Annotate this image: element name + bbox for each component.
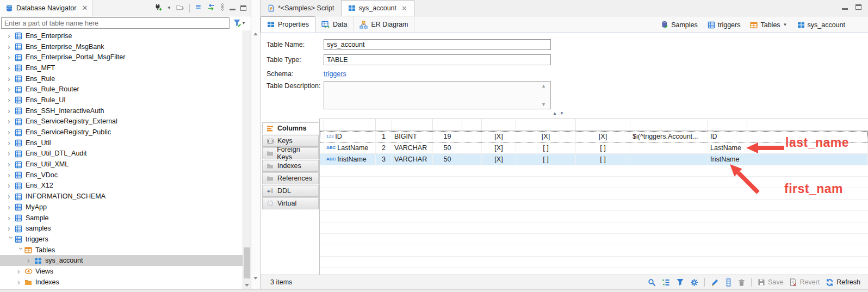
grid-header-cell[interactable] bbox=[708, 119, 747, 131]
breadcrumb-schema[interactable]: triggers bbox=[708, 21, 741, 29]
search-button[interactable] bbox=[648, 278, 656, 287]
scrollbar-thumb[interactable] bbox=[244, 247, 250, 278]
cell-column-name[interactable]: 123ID bbox=[324, 131, 376, 142]
cell-scale[interactable] bbox=[462, 131, 482, 142]
tab-data[interactable]: Data bbox=[315, 16, 354, 33]
delete-button[interactable] bbox=[738, 278, 745, 287]
tree-item[interactable]: Ens_ServiceRegistry_External bbox=[0, 116, 243, 127]
side-tab-indexes[interactable]: Indexes bbox=[262, 160, 319, 172]
grid-header-cell[interactable] bbox=[320, 119, 324, 131]
grid-header-cell[interactable] bbox=[630, 119, 708, 131]
table-type-input[interactable] bbox=[324, 54, 551, 65]
expand-chevron-icon[interactable] bbox=[17, 247, 25, 254]
columns-view-button[interactable] bbox=[725, 278, 732, 287]
tree-item[interactable]: samples bbox=[0, 223, 243, 234]
grid-header-cell[interactable] bbox=[392, 119, 433, 131]
side-tab-columns[interactable]: Columns bbox=[262, 122, 319, 134]
filter-funnel-icon[interactable] bbox=[233, 19, 241, 27]
cell-auto-increment[interactable]: [X] bbox=[576, 131, 630, 142]
maximize-button[interactable] bbox=[240, 5, 246, 11]
cell-data-type[interactable]: VARCHAR bbox=[392, 142, 433, 153]
expand-chevron-icon[interactable] bbox=[8, 171, 15, 179]
link-with-editor-icon[interactable] bbox=[207, 3, 215, 13]
table-filter-input[interactable] bbox=[1, 17, 230, 29]
settings-button[interactable] bbox=[690, 278, 698, 287]
spinner-up-icon[interactable]: ▲ bbox=[541, 83, 546, 89]
tab-properties[interactable]: Properties bbox=[261, 16, 315, 33]
cell-not-null[interactable]: [X] bbox=[482, 142, 516, 153]
chevron-down-icon[interactable]: ▼ bbox=[783, 22, 788, 27]
cell-data-type[interactable]: VARCHAR bbox=[392, 154, 433, 165]
revert-button[interactable]: Revert bbox=[789, 278, 820, 287]
tab-sys-account[interactable]: sys_account ✕ bbox=[341, 0, 414, 16]
new-connection-button[interactable] bbox=[154, 3, 162, 13]
tree-item[interactable]: Ens_Util_XML bbox=[0, 159, 243, 170]
tree-item[interactable]: Ens_SSH_InteractiveAuth bbox=[0, 105, 243, 116]
grid-header-cell[interactable] bbox=[482, 119, 516, 131]
schema-link[interactable]: triggers bbox=[324, 70, 346, 78]
cell-ordinal[interactable]: 3 bbox=[376, 154, 392, 165]
grid-header-cell[interactable] bbox=[462, 119, 482, 131]
cell-column-name[interactable]: ABCLastName bbox=[324, 142, 376, 153]
cell-length[interactable]: 19 bbox=[433, 131, 462, 142]
tree-item[interactable]: Ens_Util_DTL_Audit bbox=[0, 148, 243, 159]
edit-button[interactable] bbox=[711, 278, 719, 287]
cell-description[interactable]: ID bbox=[708, 131, 747, 142]
connection-dropdown-icon[interactable]: ▼ bbox=[167, 5, 171, 10]
sort-desc-icon[interactable]: ▼ bbox=[560, 111, 564, 116]
close-icon[interactable]: ✕ bbox=[401, 4, 407, 13]
table-description-textarea[interactable] bbox=[324, 81, 551, 109]
new-folder-button[interactable] bbox=[176, 3, 184, 13]
tree-item[interactable]: Sample bbox=[0, 213, 243, 223]
expand-chevron-icon[interactable] bbox=[8, 203, 15, 211]
expand-chevron-icon[interactable] bbox=[8, 237, 15, 244]
editor-scrollbar[interactable] bbox=[251, 0, 261, 289]
minimize-button[interactable] bbox=[842, 8, 848, 10]
expand-chevron-icon[interactable] bbox=[8, 150, 15, 157]
expand-chevron-icon[interactable] bbox=[8, 214, 15, 222]
expand-chevron-icon[interactable] bbox=[17, 278, 24, 286]
tree-item[interactable]: Ens_Rule bbox=[0, 73, 243, 84]
tree-item[interactable]: Ens_Enterprise_Portal_MsgFilter bbox=[0, 52, 243, 63]
side-tab-keys[interactable]: Keys bbox=[262, 135, 319, 147]
collapse-all-icon[interactable] bbox=[195, 3, 202, 13]
save-button[interactable]: Save bbox=[758, 278, 784, 286]
cell-auto-generated[interactable]: [X] bbox=[516, 131, 576, 142]
grid-header-cell[interactable] bbox=[433, 119, 462, 131]
grid-header-cell[interactable] bbox=[324, 119, 376, 131]
expand-chevron-icon[interactable] bbox=[8, 85, 15, 93]
cell-length[interactable]: 50 bbox=[433, 142, 462, 153]
tree-item[interactable]: Ens_Enterprise bbox=[0, 30, 243, 41]
expand-chevron-icon[interactable] bbox=[8, 64, 15, 72]
tree-item[interactable]: triggers bbox=[0, 234, 243, 245]
navigator-view-tab[interactable]: Database Navigator ✕ bbox=[0, 0, 92, 16]
side-tab-ddl[interactable]: ◂▸T DDL bbox=[262, 185, 319, 197]
table-name-input[interactable] bbox=[324, 39, 551, 50]
tree-item[interactable]: Views bbox=[0, 266, 243, 277]
cell-scale[interactable] bbox=[462, 154, 482, 165]
tree-item[interactable]: Tables bbox=[0, 245, 243, 256]
grid-header-cell[interactable] bbox=[376, 119, 392, 131]
cell-column-name[interactable]: ABCfristName bbox=[324, 154, 376, 165]
expand-chevron-icon[interactable] bbox=[8, 96, 15, 104]
expand-chevron-icon[interactable] bbox=[8, 139, 15, 147]
breadcrumb-tables-folder[interactable]: Tables ▼ bbox=[750, 21, 787, 29]
expand-chevron-icon[interactable] bbox=[8, 225, 15, 232]
expand-chevron-icon[interactable] bbox=[8, 192, 15, 200]
side-tab-virtual[interactable]: Virtual bbox=[262, 197, 319, 209]
scroll-up-icon[interactable] bbox=[253, 33, 258, 35]
filter-button[interactable] bbox=[676, 278, 684, 286]
expand-chevron-icon[interactable] bbox=[17, 268, 24, 275]
side-tab-references[interactable]: References bbox=[262, 172, 319, 184]
side-tab-foreign-keys[interactable]: Foreign Keys bbox=[262, 147, 319, 159]
expand-chevron-icon[interactable] bbox=[8, 128, 15, 136]
cell-data-type[interactable]: BIGINT bbox=[392, 131, 433, 142]
cell-not-null[interactable]: [X] bbox=[482, 154, 516, 165]
view-menu-icon[interactable] bbox=[220, 3, 225, 13]
cell-auto-generated[interactable]: [ ] bbox=[516, 142, 576, 153]
tree-item[interactable]: Ens_MFT bbox=[0, 63, 243, 73]
navigator-scrollbar[interactable] bbox=[243, 30, 251, 289]
cell-default[interactable] bbox=[630, 154, 708, 165]
grid-header-cell[interactable] bbox=[516, 119, 576, 131]
tab-sql-script[interactable]: *<Samples> Script bbox=[261, 0, 341, 16]
